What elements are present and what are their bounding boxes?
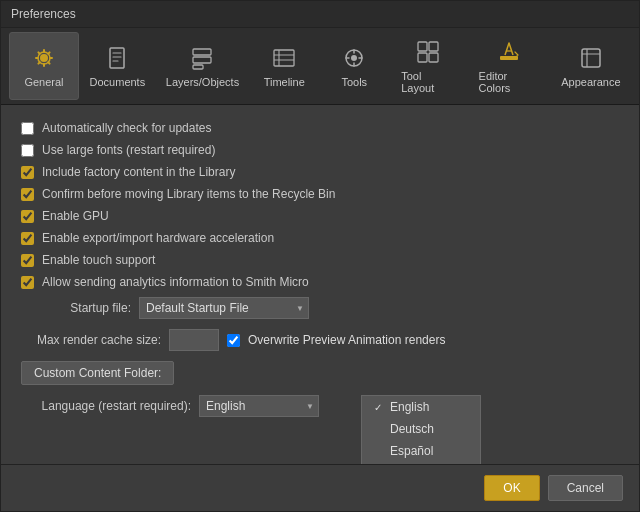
tab-toollayout[interactable]: Tool Layout bbox=[389, 32, 466, 100]
tab-documents[interactable]: Documents bbox=[79, 32, 156, 100]
window-title: Preferences bbox=[11, 7, 76, 21]
checkbox-largefont[interactable] bbox=[21, 144, 34, 157]
checkbox-enablegpu[interactable] bbox=[21, 210, 34, 223]
startup-file-label: Startup file: bbox=[21, 301, 131, 315]
language-option-english[interactable]: ✓ English bbox=[362, 396, 480, 418]
startup-file-select[interactable]: Default Startup File bbox=[139, 297, 309, 319]
checkbox-analytics[interactable] bbox=[21, 276, 34, 289]
checkbox-label-touchsupport: Enable touch support bbox=[42, 253, 155, 267]
checkbox-row-factorycontent: Include factory content in the Library bbox=[21, 165, 619, 179]
checkbox-row-analytics: Allow sending analytics information to S… bbox=[21, 275, 619, 289]
language-option-francais[interactable]: Français bbox=[362, 462, 480, 464]
language-row: Language (restart required): English ✓ E… bbox=[21, 395, 619, 417]
toolbar: General Documents Layers/Objects bbox=[1, 28, 639, 105]
svg-rect-2 bbox=[110, 48, 124, 68]
tab-general-label: General bbox=[24, 76, 63, 88]
checkmark-icon: ✓ bbox=[374, 402, 384, 413]
checkboxes-area: Automatically check for updatesUse large… bbox=[21, 121, 619, 289]
tab-layers-label: Layers/Objects bbox=[166, 76, 239, 88]
language-select[interactable]: English bbox=[199, 395, 319, 417]
overwrite-checkbox[interactable] bbox=[227, 334, 240, 347]
checkbox-row-autoupdate: Automatically check for updates bbox=[21, 121, 619, 135]
cancel-button[interactable]: Cancel bbox=[548, 475, 623, 501]
editorcolors-icon bbox=[495, 38, 523, 66]
language-option-deutsch[interactable]: Deutsch bbox=[362, 418, 480, 440]
layers-icon bbox=[188, 44, 216, 72]
tab-tools-label: Tools bbox=[341, 76, 367, 88]
tab-layers[interactable]: Layers/Objects bbox=[156, 32, 250, 100]
language-select-wrapper: English bbox=[199, 395, 319, 417]
checkbox-autoupdate[interactable] bbox=[21, 122, 34, 135]
checkbox-label-autoupdate: Automatically check for updates bbox=[42, 121, 211, 135]
svg-rect-6 bbox=[274, 50, 294, 66]
tab-appearance-label: Appearance bbox=[561, 76, 620, 88]
language-option-deutsch-label: Deutsch bbox=[390, 422, 434, 436]
tab-timeline[interactable]: Timeline bbox=[249, 32, 319, 100]
language-label: Language (restart required): bbox=[21, 399, 191, 413]
language-option-espanol-label: Español bbox=[390, 444, 433, 458]
content-area: Automatically check for updatesUse large… bbox=[1, 105, 639, 464]
gear-icon bbox=[30, 44, 58, 72]
tab-tools[interactable]: Tools bbox=[319, 32, 389, 100]
svg-rect-5 bbox=[193, 65, 203, 69]
tab-editorcolors[interactable]: Editor Colors bbox=[467, 32, 551, 100]
svg-rect-3 bbox=[193, 49, 211, 55]
overwrite-label: Overwrite Preview Animation renders bbox=[248, 333, 445, 347]
checkbox-row-confirmrecycle: Confirm before moving Library items to t… bbox=[21, 187, 619, 201]
svg-rect-4 bbox=[193, 57, 211, 63]
max-render-cache-label: Max render cache size: bbox=[21, 333, 161, 347]
tab-appearance[interactable]: Appearance bbox=[551, 32, 631, 100]
language-option-english-label: English bbox=[390, 400, 429, 414]
checkbox-label-factorycontent: Include factory content in the Library bbox=[42, 165, 235, 179]
checkbox-label-hwaccel: Enable export/import hardware accelerati… bbox=[42, 231, 274, 245]
custom-content-folder-button[interactable]: Custom Content Folder: bbox=[21, 361, 174, 385]
checkbox-label-enablegpu: Enable GPU bbox=[42, 209, 109, 223]
startup-file-select-wrapper: Default Startup File bbox=[139, 297, 309, 319]
tab-documents-label: Documents bbox=[90, 76, 146, 88]
checkbox-factorycontent[interactable] bbox=[21, 166, 34, 179]
checkbox-label-confirmrecycle: Confirm before moving Library items to t… bbox=[42, 187, 335, 201]
checkbox-touchsupport[interactable] bbox=[21, 254, 34, 267]
checkbox-row-hwaccel: Enable export/import hardware accelerati… bbox=[21, 231, 619, 245]
checkbox-row-touchsupport: Enable touch support bbox=[21, 253, 619, 267]
custom-content-folder-row: Custom Content Folder: bbox=[21, 361, 619, 385]
checkbox-label-largefont: Use large fonts (restart required) bbox=[42, 143, 215, 157]
svg-rect-9 bbox=[418, 42, 427, 51]
checkbox-row-largefont: Use large fonts (restart required) bbox=[21, 143, 619, 157]
tools-icon bbox=[340, 44, 368, 72]
title-bar: Preferences bbox=[1, 1, 639, 28]
svg-point-0 bbox=[40, 54, 48, 62]
toollayout-icon bbox=[414, 38, 442, 66]
svg-rect-10 bbox=[429, 42, 438, 51]
svg-rect-14 bbox=[582, 49, 600, 67]
language-dropdown: ✓ English Deutsch Español Français bbox=[361, 395, 481, 464]
checkbox-label-analytics: Allow sending analytics information to S… bbox=[42, 275, 309, 289]
footer: OK Cancel bbox=[1, 464, 639, 511]
svg-rect-11 bbox=[418, 53, 427, 62]
svg-rect-12 bbox=[429, 53, 438, 62]
checkbox-hwaccel[interactable] bbox=[21, 232, 34, 245]
checkbox-row-enablegpu: Enable GPU bbox=[21, 209, 619, 223]
timeline-icon bbox=[270, 44, 298, 72]
appearance-icon bbox=[577, 44, 605, 72]
tab-editorcolors-label: Editor Colors bbox=[479, 70, 539, 94]
doc-icon bbox=[103, 44, 131, 72]
checkbox-confirmrecycle[interactable] bbox=[21, 188, 34, 201]
startup-file-row: Startup file: Default Startup File bbox=[21, 297, 619, 319]
max-render-cache-input[interactable]: 100 bbox=[169, 329, 219, 351]
language-option-espanol[interactable]: Español bbox=[362, 440, 480, 462]
tab-general[interactable]: General bbox=[9, 32, 79, 100]
svg-point-8 bbox=[351, 55, 357, 61]
max-render-cache-row: Max render cache size: 100 Overwrite Pre… bbox=[21, 329, 619, 351]
ok-button[interactable]: OK bbox=[484, 475, 539, 501]
tab-timeline-label: Timeline bbox=[264, 76, 305, 88]
preferences-window: Preferences General Documents bbox=[0, 0, 640, 512]
tab-toollayout-label: Tool Layout bbox=[401, 70, 454, 94]
